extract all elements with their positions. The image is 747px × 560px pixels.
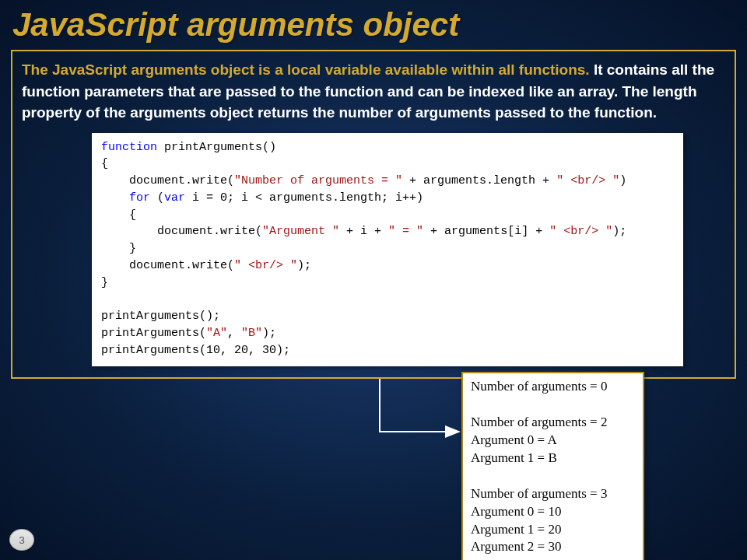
code-kw: for xyxy=(129,191,150,205)
code-text: printArguments(10, 20, 30); xyxy=(101,344,290,357)
code-kw: var xyxy=(164,191,185,205)
code-text: } xyxy=(101,276,108,289)
output-line: Number of arguments = 3 xyxy=(471,485,635,503)
output-line: Argument 0 = 10 xyxy=(471,503,635,521)
code-block: function printArguments() { document.wri… xyxy=(92,133,683,367)
code-text: i = 0; i < arguments.length; i++) xyxy=(185,191,423,205)
code-str: "Number of arguments = " xyxy=(234,174,402,187)
slide-number-badge: 3 xyxy=(9,529,34,551)
arrow-icon xyxy=(372,377,473,447)
code-text: printArguments(); xyxy=(101,310,220,323)
code-text: + arguments[i] + xyxy=(423,225,549,238)
code-text: { xyxy=(101,208,136,222)
code-str: " <br/> " xyxy=(549,225,612,238)
output-line: Number of arguments = 2 xyxy=(471,414,635,432)
code-text: + arguments.length + xyxy=(402,174,556,187)
code-str: " <br/> " xyxy=(234,259,297,272)
code-text: printArguments() xyxy=(157,141,276,154)
code-str: "B" xyxy=(241,327,262,340)
code-text: , xyxy=(227,327,241,340)
output-line xyxy=(471,396,635,414)
code-text: ); xyxy=(297,259,311,272)
code-text xyxy=(101,191,129,205)
code-text: document.write( xyxy=(101,174,234,187)
output-line: Argument 1 = B xyxy=(471,450,635,467)
output-line: Argument 0 = A xyxy=(471,432,635,450)
code-text: ) xyxy=(619,174,626,187)
code-str: " <br/> " xyxy=(556,174,619,187)
intro-paragraph: The JavaScript arguments object is a loc… xyxy=(22,59,725,124)
code-text: printArguments( xyxy=(101,327,206,340)
code-str: "Argument " xyxy=(262,225,339,238)
output-line: Argument 2 = 30 xyxy=(471,538,635,556)
content-box: The JavaScript arguments object is a loc… xyxy=(11,50,736,379)
code-kw: function xyxy=(101,141,157,154)
code-text: ( xyxy=(150,191,164,205)
code-str: "A" xyxy=(206,327,227,340)
intro-lead: The JavaScript arguments object is a loc… xyxy=(22,61,590,78)
output-line: Argument 1 = 20 xyxy=(471,521,635,539)
code-str: " = " xyxy=(388,225,423,238)
output-box: Number of arguments = 0 Number of argume… xyxy=(461,372,644,560)
code-text: document.write( xyxy=(101,225,262,238)
code-text: ); xyxy=(612,225,626,238)
output-line: Number of arguments = 0 xyxy=(471,378,635,396)
code-text: } xyxy=(101,242,136,255)
code-text: document.write( xyxy=(101,259,234,272)
code-text: ); xyxy=(262,327,276,340)
output-line xyxy=(471,467,635,485)
slide-title: JavaScript arguments object xyxy=(0,0,747,47)
code-text: + i + xyxy=(339,225,388,238)
code-text: { xyxy=(101,157,108,170)
